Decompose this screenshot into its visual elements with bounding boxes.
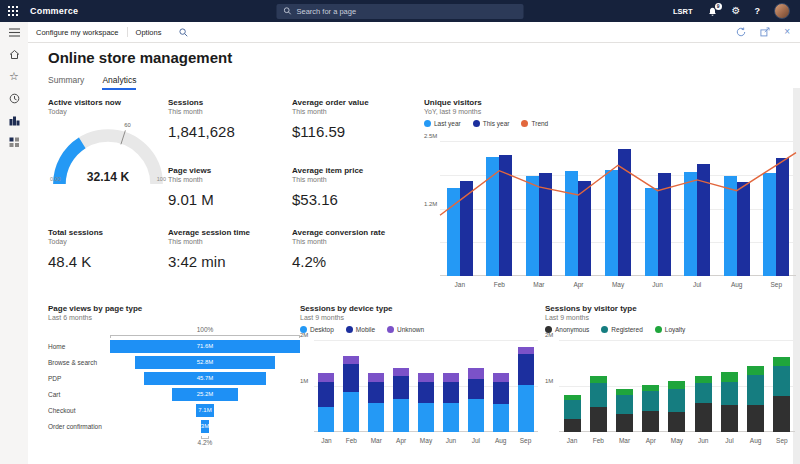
stacked-bar bbox=[493, 373, 509, 432]
bar-segment bbox=[773, 357, 790, 366]
bar-segment bbox=[642, 411, 659, 432]
legend-item: Loyalty bbox=[655, 326, 686, 333]
y-tick-label: 1M bbox=[300, 378, 310, 384]
top-app-bar: Commerce Search for a page LSRT 9 ⚙ ? bbox=[0, 0, 800, 22]
command-toolbar: Configure my workspace Options × bbox=[28, 22, 800, 43]
x-axis-labels: JanFebMarAprMayJunJulAugSep bbox=[314, 432, 538, 444]
help-icon[interactable]: ? bbox=[755, 6, 761, 16]
kpi-sublabel: This month bbox=[292, 108, 404, 115]
funnel-bar: 52.8M bbox=[135, 356, 275, 369]
funnel-category-label: Cart bbox=[48, 391, 110, 398]
kpi-label: Page views bbox=[168, 166, 280, 175]
favorites-star-icon[interactable]: ☆ bbox=[7, 70, 21, 83]
x-tick-label: May bbox=[414, 437, 439, 444]
legend-item: Registered bbox=[601, 326, 642, 333]
options-button[interactable]: Options bbox=[128, 22, 170, 42]
open-in-new-window-button[interactable] bbox=[760, 27, 770, 37]
x-tick-label: Sep bbox=[757, 281, 797, 288]
kpi-value: 3:42 min bbox=[168, 253, 280, 270]
stacked-bar bbox=[642, 385, 659, 432]
close-button[interactable]: × bbox=[784, 27, 790, 37]
stacked-bar bbox=[518, 347, 534, 432]
chart-title: Unique visitors bbox=[424, 98, 796, 107]
funnel-value-label: 3M bbox=[201, 423, 209, 429]
bar-segment bbox=[318, 373, 334, 382]
chart-subtitle: Last 6 months bbox=[48, 314, 300, 321]
bar-slot bbox=[463, 340, 488, 432]
bar-slot bbox=[690, 340, 716, 432]
funnel-bottom-bracket: 4.2% bbox=[48, 434, 300, 446]
x-axis-labels: JanFebMarAprMayJunJulAugSep bbox=[440, 276, 796, 288]
left-nav-rail: ☆ bbox=[0, 22, 28, 464]
recent-clock-icon[interactable] bbox=[7, 92, 21, 105]
legend-item: Unknown bbox=[387, 326, 424, 333]
x-tick-label: Jul bbox=[677, 281, 717, 288]
kpi-tile-average-item-price[interactable]: Average item price This month $53.16 bbox=[292, 166, 404, 208]
workspace-chart-icon[interactable] bbox=[7, 114, 21, 127]
app-launcher-icon[interactable] bbox=[0, 0, 26, 22]
hamburger-menu-icon[interactable] bbox=[7, 26, 21, 39]
refresh-icon bbox=[736, 27, 746, 37]
kpi-tile-total-sessions[interactable]: Total sessions Today 48.4 K bbox=[48, 228, 160, 270]
funnel-row: PDP45.7M bbox=[48, 370, 300, 386]
kpi-tile-average-conversion-rate[interactable]: Average conversion rate This month 4.2% bbox=[292, 228, 404, 270]
plot-area bbox=[559, 340, 795, 432]
kpi-tile-average-order-value[interactable]: Average order value This month $116.59 bbox=[292, 98, 404, 140]
kpi-value: $53.16 bbox=[292, 191, 404, 208]
bar-segment bbox=[318, 382, 334, 406]
tab-summary[interactable]: Summary bbox=[48, 75, 84, 90]
toolbar-search-button[interactable] bbox=[179, 28, 188, 37]
kpi-tile-active-visitors[interactable]: Active visitors now Today 60 32.14 K 0.0… bbox=[48, 98, 176, 182]
bar-segment bbox=[668, 412, 685, 432]
tab-analytics[interactable]: Analytics bbox=[102, 75, 136, 90]
bar-segment bbox=[343, 356, 359, 364]
home-icon bbox=[9, 49, 20, 60]
x-tick-label: May bbox=[598, 281, 638, 288]
home-icon[interactable] bbox=[7, 48, 21, 61]
global-search-box[interactable]: Search for a page bbox=[277, 4, 524, 19]
bar-slot bbox=[611, 340, 637, 432]
stacked-bar bbox=[695, 376, 712, 432]
configure-workspace-button[interactable]: Configure my workspace bbox=[28, 22, 127, 42]
search-icon bbox=[179, 28, 188, 37]
funnel-row: Browse & search52.8M bbox=[48, 354, 300, 370]
y-tick-label: 1.2M bbox=[424, 201, 436, 207]
bar-segment bbox=[493, 373, 509, 382]
kpi-tile-page-views[interactable]: Page views This month 9.01 M bbox=[168, 166, 280, 208]
bar-segment bbox=[418, 403, 434, 432]
kpi-sublabel: This month bbox=[292, 176, 404, 183]
search-icon bbox=[284, 7, 292, 15]
notifications-button[interactable]: 9 bbox=[707, 6, 718, 17]
bar-segment bbox=[616, 414, 633, 432]
refresh-button[interactable] bbox=[736, 27, 746, 37]
bar-slot bbox=[414, 340, 439, 432]
modules-grid-icon[interactable] bbox=[7, 136, 21, 149]
bar-slot bbox=[339, 340, 364, 432]
funnel-value-label: 45.7M bbox=[197, 375, 214, 381]
legend-item: Trend bbox=[521, 120, 548, 127]
funnel-row: Checkout7.1M bbox=[48, 402, 300, 418]
funnel-chart: 100%Home71.6MBrowse & search52.8MPDP45.7… bbox=[48, 326, 300, 446]
chart-title: Sessions by visitor type bbox=[545, 304, 795, 313]
gauge-chart: 60 32.14 K bbox=[48, 118, 168, 186]
legend-dot bbox=[655, 326, 662, 333]
environment-label[interactable]: LSRT bbox=[673, 7, 693, 16]
gauge-max-label: 100 bbox=[157, 176, 166, 182]
bar-slot bbox=[488, 340, 513, 432]
funnel-category-label: Checkout bbox=[48, 407, 110, 414]
funnel-bar: 7.1M bbox=[196, 404, 215, 417]
app-name[interactable]: Commerce bbox=[30, 6, 78, 16]
bar-segment bbox=[418, 382, 434, 403]
x-tick-label: Aug bbox=[743, 437, 769, 444]
kpi-value: $116.59 bbox=[292, 123, 404, 140]
y-tick-label: 1M bbox=[545, 378, 555, 384]
user-avatar[interactable] bbox=[774, 3, 790, 19]
settings-gear-icon[interactable]: ⚙ bbox=[732, 6, 741, 16]
bar-segment bbox=[695, 383, 712, 403]
legend-item: Mobile bbox=[346, 326, 375, 333]
y-tick-label: 2M bbox=[545, 332, 555, 338]
kpi-tile-sessions[interactable]: Sessions This month 1,841,628 bbox=[168, 98, 280, 140]
kpi-tile-average-session-time[interactable]: Average session time This month 3:42 min bbox=[168, 228, 280, 270]
legend-label: Anonymous bbox=[555, 326, 589, 333]
stacked-bar bbox=[564, 395, 581, 432]
